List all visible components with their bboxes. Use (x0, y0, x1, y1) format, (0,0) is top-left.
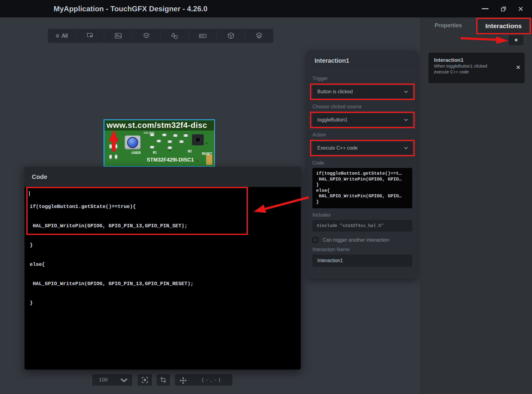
toolbar-button-all[interactable]: ≡ All (48, 29, 76, 43)
panel-code-line: else{ (316, 188, 412, 194)
code-dialog-title: Code (32, 167, 47, 187)
maximize-button[interactable] (495, 0, 512, 17)
move-icon (179, 377, 187, 385)
trigger-dropdown-value: Button is clicked (317, 89, 353, 94)
toolbar-button-images[interactable] (104, 29, 132, 43)
crop-button[interactable] (156, 374, 170, 386)
code-dialog: Code if(toggleButton1.getState()==true){… (25, 167, 301, 370)
close-button[interactable]: × (512, 0, 529, 17)
board-capacitor (206, 154, 212, 165)
toolbar-button-custom-containers[interactable] (245, 29, 273, 43)
annotation-box-interactions-tab: Interactions (476, 18, 531, 34)
board-user-label: USER (131, 151, 141, 154)
tab-properties[interactable]: Properties (435, 22, 462, 29)
source-dropdown-value: toggleButton1 (317, 117, 348, 122)
board-user-button (127, 137, 138, 148)
interaction-card[interactable]: Interaction1 When toggleButton1 clicked … (428, 53, 525, 83)
coordinates-panel[interactable]: ( - , - ) (175, 374, 233, 386)
trigger-dropdown[interactable]: Button is clicked (312, 85, 412, 98)
code-line: } (30, 242, 194, 248)
can-trigger-checkbox-label: Can trigger another interaction (323, 237, 389, 243)
maximize-icon (500, 6, 507, 12)
board-url-text: www.st.com/stm32f4-disc (107, 121, 207, 130)
includes-input[interactable]: #include "stm32f4xx_hal.h" (312, 220, 412, 232)
source-dropdown[interactable]: toggleButton1 (312, 113, 412, 126)
source-label: Choose clicked source (312, 104, 412, 110)
code-dialog-header (25, 167, 301, 187)
code-line: } (30, 300, 194, 306)
board-reset-label: RESET (202, 152, 212, 155)
chevron-down-icon (404, 147, 408, 150)
touch-widget-icon (86, 32, 94, 40)
code-line: else{ (30, 261, 194, 268)
toolbar-button-progress[interactable] (189, 29, 217, 43)
panel-code-line: } (316, 199, 412, 205)
cursor-coordinates: ( - , - ) (202, 374, 221, 386)
add-interaction-button[interactable]: + (509, 35, 523, 45)
shapes-widget-icon (170, 32, 179, 40)
interaction-panel-title: Interaction1 (315, 51, 349, 70)
action-label: Action (312, 132, 412, 138)
code-line: HAL_GPIO_WritePin(GPIOG, GPIO_PIN_13,GPI… (30, 281, 194, 287)
interaction-panel: Interaction1 Trigger Button is clicked C… (307, 51, 417, 279)
panel-code-line: } (316, 182, 412, 188)
board-photo: www.st.com/stm32f4-disc USER B1 B2 C11 R… (104, 119, 215, 167)
board-reset-button (195, 137, 201, 143)
action-dropdown[interactable]: Execute C++ code (312, 142, 412, 154)
toolbar-button-containers[interactable] (132, 29, 160, 43)
toolbar-button-3d[interactable] (217, 29, 245, 43)
minimize-icon (482, 8, 489, 9)
interaction-card-description: execute C++ code (434, 69, 519, 75)
board-name-label: STM32F429I-DISC1 (147, 157, 194, 163)
image-widget-icon (114, 32, 122, 40)
panel-code-line: if(toggleButton1.getState()==t… (316, 171, 412, 177)
focus-icon (141, 376, 149, 384)
board-b2-label: B2 (188, 150, 192, 153)
toolbar-all-label: All (62, 33, 68, 39)
tab-interactions[interactable]: Interactions (485, 22, 522, 30)
annotation-box-trigger: Button is clicked (310, 84, 415, 100)
includes-label: Includes (312, 212, 412, 218)
stack-widget-icon (255, 32, 263, 40)
chevron-down-icon (404, 119, 408, 121)
zoom-value: 100 (99, 374, 108, 386)
fit-to-screen-button[interactable] (137, 374, 152, 386)
annotation-box-code (26, 187, 248, 235)
minimize-button[interactable] (477, 0, 493, 17)
cube-widget-icon (227, 32, 235, 40)
zoom-dropdown[interactable]: 100 (92, 374, 133, 386)
chevron-down-icon (404, 91, 408, 93)
interaction-name-label: Interaction Name (312, 247, 412, 252)
board-b1-label: B1 (153, 151, 157, 154)
panel-code-line: HAL_GPIO_WritePin(GPIOG, GPIO… (316, 194, 412, 199)
window-title: MyApplication - TouchGFX Designer - 4.26… (54, 0, 207, 17)
annotation-box-action: Execute C++ code (310, 140, 415, 156)
action-dropdown-value: Execute C++ code (317, 145, 358, 151)
trigger-label: Trigger (312, 76, 412, 81)
interaction-name-input[interactable]: Interaction1 (312, 255, 412, 267)
progress-widget-icon (198, 32, 207, 40)
app-window: MyApplication - TouchGFX Designer - 4.26… (0, 0, 532, 394)
layers-widget-icon (142, 32, 150, 40)
panel-code-box[interactable]: if(toggleButton1.getState()==t… HAL_GPIO… (312, 168, 412, 208)
crop-icon (160, 376, 167, 384)
right-sidebar: Properties Interactions + Interaction1 W… (421, 17, 532, 394)
titlebar: MyApplication - TouchGFX Designer - 4.26… (0, 0, 532, 17)
widget-toolbar: ≡ All (48, 29, 273, 43)
can-trigger-checkbox[interactable] (312, 237, 318, 243)
board-c11-label: C11 R22 (144, 131, 154, 134)
close-icon: × (518, 4, 523, 14)
toolbar-button-shapes[interactable] (160, 29, 189, 43)
interaction-card-title: Interaction1 (434, 57, 519, 63)
interaction-card-close-icon[interactable]: × (516, 64, 520, 71)
panel-code-line: HAL_GPIO_WritePin(GPIOG, GPIO… (316, 177, 412, 183)
code-label: Code (312, 160, 412, 166)
chevron-down-icon (121, 378, 127, 382)
interaction-card-description: When toggleButton1 clicked (434, 63, 519, 69)
annotation-box-source: toggleButton1 (310, 112, 415, 128)
hamburger-icon: ≡ (56, 32, 59, 39)
toolbar-button-interactive[interactable] (76, 29, 104, 43)
